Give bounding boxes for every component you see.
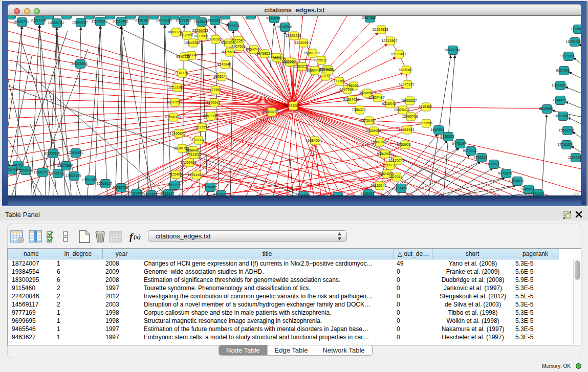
svg-text:16648784: 16648784 xyxy=(444,48,460,52)
svg-text:14055724: 14055724 xyxy=(48,21,63,25)
svg-text:13533594: 13533594 xyxy=(193,125,209,129)
svg-text:9756928: 9756928 xyxy=(397,143,410,146)
svg-text:25300293: 25300293 xyxy=(263,110,278,114)
svg-text:15692971: 15692971 xyxy=(558,128,574,132)
svg-text:9227342: 9227342 xyxy=(556,69,570,72)
svg-text:7625402: 7625402 xyxy=(168,172,182,176)
svg-text:12323446: 12323446 xyxy=(127,191,143,195)
svg-text:16120746: 16120746 xyxy=(388,159,404,162)
svg-text:3912954: 3912954 xyxy=(179,33,192,37)
svg-text:16055721: 16055721 xyxy=(13,20,29,24)
svg-text:9084067: 9084067 xyxy=(377,152,390,156)
svg-text:8375685: 8375685 xyxy=(222,50,235,54)
svg-text:16914469: 16914469 xyxy=(187,173,203,177)
svg-text:8427552: 8427552 xyxy=(207,88,221,92)
svg-text:9031122: 9031122 xyxy=(531,192,545,195)
svg-text:9129966: 9129966 xyxy=(560,54,574,58)
svg-text:9827509: 9827509 xyxy=(194,34,208,38)
svg-text:10807487: 10807487 xyxy=(368,96,384,99)
svg-text:6216045: 6216045 xyxy=(382,102,396,105)
svg-text:10653267: 10653267 xyxy=(72,20,88,24)
svg-text:9815546: 9815546 xyxy=(230,38,244,42)
svg-text:20053346: 20053346 xyxy=(71,62,87,65)
svg-text:12503135: 12503135 xyxy=(65,174,81,178)
svg-text:f: f xyxy=(129,231,134,242)
svg-text:2803144: 2803144 xyxy=(213,75,227,78)
svg-text:1322037: 1322037 xyxy=(281,60,295,63)
svg-text:16671355: 16671355 xyxy=(175,18,191,22)
svg-text:12093852: 12093852 xyxy=(551,83,567,87)
svg-text:1112843: 1112843 xyxy=(571,27,581,31)
svg-text:17016504: 17016504 xyxy=(557,143,573,146)
svg-text:16961758: 16961758 xyxy=(303,51,319,55)
svg-text:19654983: 19654983 xyxy=(164,115,180,119)
svg-text:9613302: 9613302 xyxy=(186,152,200,156)
svg-text:8938923: 8938923 xyxy=(440,135,454,138)
svg-text:21364436: 21364436 xyxy=(343,98,359,101)
svg-text:9115460: 9115460 xyxy=(419,105,432,108)
svg-text:8267150: 8267150 xyxy=(203,114,216,118)
svg-text:7357224: 7357224 xyxy=(225,24,239,28)
svg-text:10107553: 10107553 xyxy=(166,100,182,104)
svg-text:10719185: 10719185 xyxy=(156,18,171,22)
svg-text:23226058: 23226058 xyxy=(192,29,208,32)
svg-text:8452107: 8452107 xyxy=(160,192,174,195)
svg-text:1615132: 1615132 xyxy=(382,163,396,167)
svg-text:7485063: 7485063 xyxy=(398,68,412,72)
svg-text:10973493: 10973493 xyxy=(390,52,406,56)
svg-text:8186328: 8186328 xyxy=(207,37,221,41)
svg-text:1244415: 1244415 xyxy=(552,98,566,102)
svg-text:16210643: 16210643 xyxy=(554,114,570,118)
svg-text:9135514: 9135514 xyxy=(320,68,334,72)
svg-text:7955812: 7955812 xyxy=(313,58,327,62)
svg-text:13495758: 13495758 xyxy=(402,115,418,118)
svg-text:10543362: 10543362 xyxy=(184,41,200,45)
svg-text:9457791: 9457791 xyxy=(166,183,180,187)
svg-text:10654112: 10654112 xyxy=(509,179,525,183)
svg-text:18724007: 18724007 xyxy=(284,104,300,107)
svg-text:7632621: 7632621 xyxy=(486,162,499,166)
svg-text:8454749: 8454749 xyxy=(246,48,259,51)
svg-text:17359934: 17359934 xyxy=(67,151,82,155)
svg-text:8170041: 8170041 xyxy=(206,101,220,104)
svg-text:9146811: 9146811 xyxy=(257,52,271,55)
svg-text:16033809: 16033809 xyxy=(206,18,222,22)
svg-text:19654923: 19654923 xyxy=(398,128,414,132)
svg-text:11156829: 11156829 xyxy=(17,168,32,172)
svg-text:9164423: 9164423 xyxy=(268,55,282,59)
svg-text:6466160: 6466160 xyxy=(135,18,149,22)
svg-text:9474444: 9474444 xyxy=(463,149,476,152)
svg-text:6479197: 6479197 xyxy=(452,142,466,145)
svg-text:18807249: 18807249 xyxy=(371,140,386,144)
svg-text:8878334: 8878334 xyxy=(190,138,204,142)
svg-text:1167533: 1167533 xyxy=(568,156,581,159)
svg-text:16782759: 16782759 xyxy=(112,186,128,189)
svg-text:9242848: 9242848 xyxy=(217,62,231,66)
svg-text:746266: 746266 xyxy=(346,84,358,87)
svg-text:1733426: 1733426 xyxy=(393,186,407,190)
svg-text:2087682: 2087682 xyxy=(362,16,376,19)
svg-text:10958117: 10958117 xyxy=(97,182,113,185)
svg-text:9625013: 9625013 xyxy=(360,192,374,195)
svg-text:20997134: 20997134 xyxy=(30,18,46,22)
svg-text:3498222: 3498222 xyxy=(185,148,199,152)
svg-text:20206536: 20206536 xyxy=(44,151,60,155)
svg-text:12213363: 12213363 xyxy=(168,85,184,89)
svg-text:9890133: 9890133 xyxy=(176,55,190,58)
svg-text:1640951: 1640951 xyxy=(430,128,444,132)
svg-text:17957253: 17957253 xyxy=(81,178,97,182)
svg-text:12942757: 12942757 xyxy=(33,170,49,174)
svg-text:1362615: 1362615 xyxy=(294,64,308,68)
svg-text:8471676: 8471676 xyxy=(498,171,512,175)
svg-text:2718170: 2718170 xyxy=(174,71,188,75)
svg-text:9699695: 9699695 xyxy=(418,121,432,125)
svg-text:9777169: 9777169 xyxy=(331,79,345,83)
svg-text:6497568: 6497568 xyxy=(339,87,353,91)
svg-text:12975115: 12975115 xyxy=(399,82,415,86)
svg-text:16154838: 16154838 xyxy=(372,28,388,31)
svg-text:12213967: 12213967 xyxy=(381,39,397,42)
svg-text:7386372: 7386372 xyxy=(352,108,365,112)
svg-text:9245652: 9245652 xyxy=(520,187,534,191)
svg-text:2522314: 2522314 xyxy=(388,175,402,179)
svg-text:3915421: 3915421 xyxy=(8,168,18,171)
